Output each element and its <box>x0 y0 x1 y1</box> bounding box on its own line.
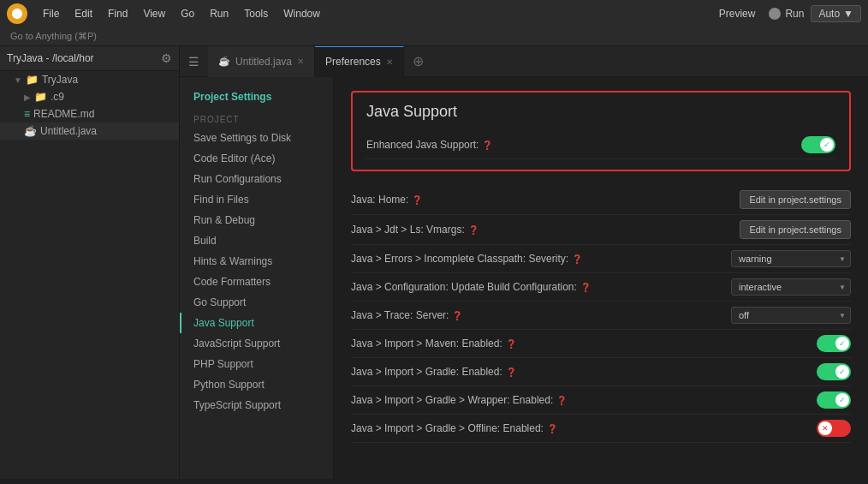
tab-prefs-close[interactable]: ✕ <box>386 57 393 67</box>
tab-preferences[interactable]: Preferences ✕ <box>315 46 404 77</box>
setting-control-enhanced <box>801 136 835 153</box>
sidebar-item-root[interactable]: ▼ 📁 TryJava <box>0 71 179 88</box>
prefs-nav-php[interactable]: PHP Support <box>180 354 333 374</box>
folder-icon: 📁 <box>26 74 39 86</box>
app-logo <box>7 3 27 24</box>
toggle-maven[interactable] <box>817 335 851 352</box>
toggle-enhanced[interactable] <box>801 136 835 153</box>
dropdown-wrapper-build-config: disabled interactive automatic <box>731 278 851 296</box>
menu-tools[interactable]: Tools <box>237 4 275 23</box>
sidebar-item-java[interactable]: ☕ Untitled.java <box>0 122 179 140</box>
prefs-nav-typescript[interactable]: TypeScript Support <box>180 395 333 415</box>
sidebar-item-java-label: Untitled.java <box>40 125 97 137</box>
tab-bar: ☰ ☕ Untitled.java ✕ Preferences ✕ ⊕ <box>180 46 868 77</box>
menu-bar: File Edit Find View Go Run Tools Window … <box>0 0 868 27</box>
help-icon-enhanced[interactable]: ❓ <box>482 140 492 150</box>
hamburger-icon[interactable]: ☰ <box>180 55 208 69</box>
toggle-gradle[interactable] <box>817 363 851 380</box>
file-java-icon: ☕ <box>24 125 37 137</box>
prefs-nav-run-debug[interactable]: Run & Debug <box>180 210 333 230</box>
setting-row-maven: Java > Import > Maven: Enabled: ❓ <box>351 330 851 358</box>
setting-label-gradle-offline: Java > Import > Gradle > Offline: Enable… <box>351 422 817 434</box>
menu-run[interactable]: Run <box>203 4 235 23</box>
toggle-gradle-offline[interactable] <box>817 420 851 437</box>
tab-java-label: Untitled.java <box>235 56 292 68</box>
sidebar: TryJava - /local/hor ⚙ ▼ 📁 TryJava ▶ 📁 .… <box>0 46 180 479</box>
prefs-nav-save[interactable]: Save Settings to Disk <box>180 128 333 148</box>
setting-row-gradle: Java > Import > Gradle: Enabled: ❓ <box>351 358 851 386</box>
menu-find[interactable]: Find <box>101 4 134 23</box>
help-icon-classpath[interactable]: ❓ <box>572 254 582 264</box>
dropdown-trace[interactable]: off messages verbose <box>731 307 851 324</box>
prefs-nav-code-format[interactable]: Code Formatters <box>180 272 333 292</box>
prefs-nav-code-editor[interactable]: Code Editor (Ace) <box>180 148 333 169</box>
prefs-nav-find-files[interactable]: Find in Files <box>180 189 333 210</box>
setting-label-vmargs: Java > Jdt > Ls: Vmargs: ❓ <box>351 224 740 236</box>
dropdown-classpath[interactable]: ignore info warning error <box>731 250 851 267</box>
toggle-knob-gradle-offline <box>818 421 832 435</box>
setting-label-enhanced: Enhanced Java Support: ❓ <box>366 139 801 151</box>
setting-control-maven <box>817 335 851 352</box>
java-tab-icon: ☕ <box>218 56 230 67</box>
prefs-content: Java Support Enhanced Java Support: ❓ <box>334 77 868 479</box>
help-icon-trace[interactable]: ❓ <box>452 311 462 320</box>
menu-edit[interactable]: Edit <box>68 4 99 23</box>
prefs-nav-build[interactable]: Build <box>180 230 333 251</box>
help-icon-vmargs[interactable]: ❓ <box>468 225 479 235</box>
setting-row-trace: Java > Trace: Server: ❓ off messages ver… <box>351 302 851 330</box>
prefs-nav-java[interactable]: Java Support <box>180 313 333 333</box>
gear-icon[interactable]: ⚙ <box>161 51 172 65</box>
prefs-nav-run-config[interactable]: Run Configurations <box>180 169 333 189</box>
setting-control-build-config: disabled interactive automatic <box>731 278 851 296</box>
help-icon-build-config[interactable]: ❓ <box>580 283 591 292</box>
setting-row-enhanced: Enhanced Java Support: ❓ <box>366 131 835 159</box>
dropdown-build-config[interactable]: disabled interactive automatic <box>731 278 851 296</box>
toggle-gradle-wrapper[interactable] <box>817 391 851 409</box>
menu-view[interactable]: View <box>136 4 172 23</box>
setting-control-trace: off messages verbose <box>731 307 851 324</box>
tab-add-button[interactable]: ⊕ <box>404 53 432 69</box>
sidebar-title: TryJava - /local/hor <box>7 52 161 64</box>
setting-control-classpath: ignore info warning error <box>731 250 851 267</box>
auto-dropdown[interactable]: Auto ▼ <box>811 5 861 22</box>
run-button[interactable]: Run <box>769 8 804 20</box>
setting-control-gradle-wrapper <box>817 391 851 409</box>
setting-label-classpath: Java > Errors > Incomplete Classpath: Se… <box>351 253 731 265</box>
menu-go[interactable]: Go <box>174 4 201 23</box>
sidebar-item-c9[interactable]: ▶ 📁 .c9 <box>0 88 179 105</box>
help-icon-java-home[interactable]: ❓ <box>412 195 422 205</box>
setting-label-gradle: Java > Import > Gradle: Enabled: ❓ <box>351 366 817 378</box>
edit-project-btn-java-home[interactable]: Edit in project.settings <box>740 190 851 209</box>
prefs-nav-go[interactable]: Go Support <box>180 292 333 313</box>
sidebar-item-label: TryJava <box>42 74 78 86</box>
setting-row-gradle-offline: Java > Import > Gradle > Offline: Enable… <box>351 415 851 443</box>
prefs-nav-python[interactable]: Python Support <box>180 374 333 395</box>
toggle-knob-gradle <box>835 365 849 379</box>
edit-project-btn-vmargs[interactable]: Edit in project.settings <box>740 220 851 239</box>
help-icon-gradle-offline[interactable]: ❓ <box>547 424 557 433</box>
setting-row-build-config: Java > Configuration: Update Build Confi… <box>351 273 851 302</box>
setting-label-build-config: Java > Configuration: Update Build Confi… <box>351 281 731 293</box>
menu-window[interactable]: Window <box>276 4 327 23</box>
setting-row-classpath: Java > Errors > Incomplete Classpath: Se… <box>351 245 851 273</box>
svg-point-0 <box>12 9 22 19</box>
help-icon-maven[interactable]: ❓ <box>506 339 516 349</box>
sidebar-item-readme[interactable]: ≡ README.md <box>0 105 179 122</box>
tab-preferences-label: Preferences <box>325 56 381 68</box>
prefs-section-label: PROJECT <box>180 110 333 128</box>
folder-icon-c9: 📁 <box>34 91 47 103</box>
prefs-nav-javascript[interactable]: JavaScript Support <box>180 333 333 354</box>
help-icon-gradle[interactable]: ❓ <box>506 367 516 377</box>
prefs-nav-hints[interactable]: Hints & Warnings <box>180 251 333 272</box>
tab-java-close[interactable]: ✕ <box>297 57 304 66</box>
goto-bar[interactable]: Go to Anything (⌘P) <box>0 27 868 46</box>
setting-control-java-home: Edit in project.settings <box>740 190 851 209</box>
main-layout: TryJava - /local/hor ⚙ ▼ 📁 TryJava ▶ 📁 .… <box>0 46 868 479</box>
preview-button[interactable]: Preview <box>712 5 763 22</box>
toggle-knob-maven <box>835 337 849 350</box>
run-indicator <box>769 8 781 20</box>
tab-java[interactable]: ☕ Untitled.java ✕ <box>208 46 315 77</box>
help-icon-gradle-wrapper[interactable]: ❓ <box>556 396 567 405</box>
menu-file[interactable]: File <box>36 4 66 23</box>
setting-control-vmargs: Edit in project.settings <box>740 220 851 239</box>
